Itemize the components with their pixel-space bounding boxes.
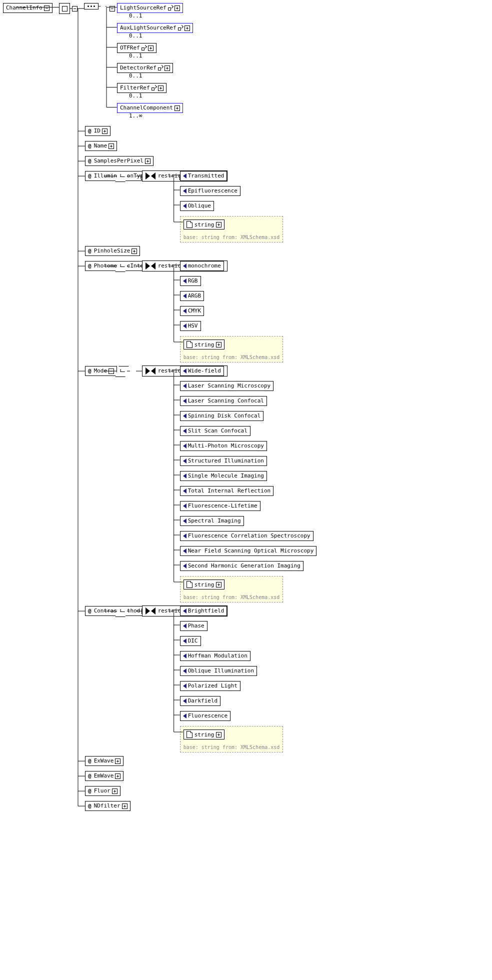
expand-icon	[184, 26, 190, 31]
attribute-id: @ ID	[85, 126, 110, 136]
attribute-prefix-icon: @	[88, 758, 92, 764]
enum-label: Laser Scanning Confocal	[188, 398, 264, 404]
arrow-left-icon	[183, 414, 186, 418]
expand-icon	[164, 66, 170, 71]
cardinality-label: 0..1	[129, 92, 142, 99]
arrow-left-icon	[183, 324, 186, 328]
enum-value: Near Field Scanning Optical Microscopy	[180, 546, 317, 556]
enum-value: Brightfield	[180, 606, 228, 616]
enum-label: Fluorescence Correlation Spectroscopy	[188, 532, 310, 540]
string-type-label: string	[194, 732, 214, 738]
enum-label: Fluorescence	[188, 712, 228, 720]
enum-label: Near Field Scanning Optical Microscopy	[188, 548, 314, 554]
bowtie-icon	[146, 368, 156, 374]
expand-icon	[148, 46, 154, 51]
element-label: LightSourceRef	[120, 4, 166, 12]
enum-value: Wide-field	[180, 366, 224, 376]
arrow-left-icon	[183, 384, 186, 388]
enum-label: Structured Illumination	[188, 458, 264, 464]
sequence-indicator	[84, 3, 98, 10]
enum-value: Fluorescence Correlation Spectroscopy	[180, 531, 314, 541]
arrow-left-icon	[183, 488, 186, 494]
enum-label: monochrome	[188, 262, 221, 270]
enum-label: Slit Scan Confocal	[188, 428, 248, 434]
enum-label: Phase	[188, 622, 204, 630]
page-icon	[186, 731, 192, 738]
attribute-label: SamplesPerPixel	[94, 158, 144, 164]
expand-icon	[158, 86, 164, 91]
enum-label: Darkfield	[188, 698, 218, 704]
attribute-name: @ Name	[85, 141, 117, 151]
cardinality-label: 0..1	[129, 52, 142, 59]
enum-value: HSV	[180, 321, 201, 331]
attribute-label: ID	[94, 128, 100, 134]
cardinality-label: 0..1	[129, 12, 142, 19]
enum-value: Total Internal Reflection	[180, 486, 274, 496]
arrow-left-icon	[183, 264, 186, 268]
cardinality-label: 0..1	[129, 32, 142, 39]
attribute-fluor: @ Fluor	[85, 786, 120, 796]
enum-value: DIC	[180, 636, 201, 646]
attribute-exWave: @ ExWave	[85, 756, 124, 766]
expand-icon	[216, 732, 222, 738]
arrow-left-icon	[183, 294, 186, 298]
child-element: AuxLightSourceRef	[117, 23, 193, 33]
enum-label: Total Internal Reflection	[188, 488, 271, 494]
page-icon	[186, 581, 192, 588]
attribute-prefix-icon: @	[88, 142, 92, 150]
reference-icon	[168, 6, 173, 10]
arrow-left-icon	[183, 714, 186, 718]
enum-value: Multi-Photon Microscopy	[180, 441, 267, 451]
enum-value: RGB	[180, 276, 201, 286]
child-element: FilterRef	[117, 83, 166, 93]
attribute-label: Name	[94, 142, 108, 150]
expand-icon	[216, 222, 222, 228]
enum-value: ARGB	[180, 291, 204, 301]
enum-label: Second Harmonic Generation Imaging	[188, 562, 300, 570]
enum-label: Spectral Imaging	[188, 518, 241, 524]
arrow-left-icon	[183, 458, 186, 464]
base-type-footer: base: string from: XMLSchema.xsd	[184, 744, 280, 750]
enum-label: HSV	[188, 322, 198, 330]
reference-icon	[178, 26, 183, 30]
arrow-left-icon	[183, 608, 186, 614]
page-icon	[186, 341, 192, 348]
enum-value: Oblique Illumination	[180, 666, 257, 676]
arrow-left-icon	[183, 534, 186, 538]
base-type-box: string base: string from: XMLSchema.xsd	[180, 336, 284, 362]
enum-label: Fluorescence-Lifetime	[188, 502, 258, 510]
attribute-label: Fluor	[94, 788, 110, 794]
enum-label: DIC	[188, 638, 198, 644]
enum-value: Single Molecule Imaging	[180, 471, 267, 481]
enum-value: Slit Scan Confocal	[180, 426, 250, 436]
bowtie-icon	[146, 172, 156, 180]
bowtie-icon	[146, 608, 156, 614]
enum-label: Spinning Disk Confocal	[188, 412, 261, 420]
arrow-left-icon	[183, 564, 186, 568]
attribute-label: ExWave	[94, 758, 114, 764]
expand-icon	[132, 248, 137, 254]
expand-icon	[174, 106, 180, 111]
attribute-label: EmWave	[94, 772, 114, 780]
attribute-samplesPerPixel: @ SamplesPerPixel	[85, 156, 154, 166]
arrow-left-icon	[183, 684, 186, 688]
arrow-left-icon	[183, 624, 186, 628]
arrow-left-icon	[183, 308, 186, 314]
expand-icon	[108, 368, 114, 374]
expand-icon	[122, 804, 128, 809]
enum-label: Multi-Photon Microscopy	[188, 442, 264, 450]
cardinality-label: 1..∞	[129, 112, 142, 119]
enum-label: Oblique Illumination	[188, 668, 254, 674]
expand-icon	[216, 582, 222, 588]
attribute-ndfilter: @ NDfilter	[85, 801, 130, 811]
arrow-left-icon	[183, 474, 186, 478]
attribute-prefix-icon: @	[88, 788, 92, 794]
reference-icon	[142, 46, 146, 50]
attribute-mode: @ Mode	[85, 366, 117, 376]
attribute-prefix-icon: @	[88, 128, 92, 134]
attribute-prefix-icon: @	[88, 248, 92, 254]
cardinality-label: 0..1	[129, 72, 142, 79]
enum-label: ARGB	[188, 292, 202, 300]
collapse-icon	[72, 6, 78, 12]
expand-icon	[108, 144, 114, 149]
